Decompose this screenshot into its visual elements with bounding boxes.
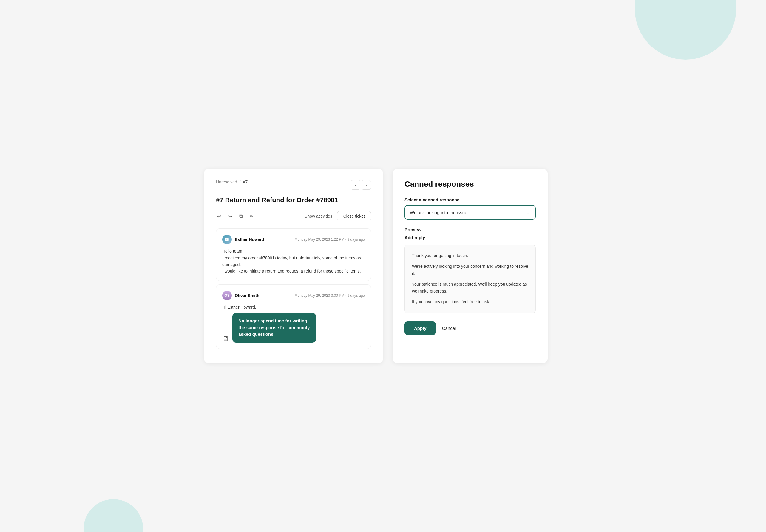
message-meta-1: Monday May 29, 2023 1:22 PM · 9 days ago (295, 237, 365, 242)
tooltip-bubble: No longer spend time for writing the sam… (232, 313, 316, 343)
message-line-1-2: I would like to initiate a return and re… (222, 268, 365, 274)
message-card-1: EH Esther Howard Monday May 29, 2023 1:2… (216, 228, 371, 281)
add-reply-label: Add reply (404, 235, 536, 240)
message-line-1-1: I received my order (#78901) today, but … (222, 255, 365, 268)
action-buttons: Apply Cancel (404, 321, 536, 335)
chevron-down-icon: ⌄ (527, 210, 530, 215)
message-body-1: Hello team, I received my order (#78901)… (222, 248, 365, 275)
avatar-esther: EH (222, 235, 232, 244)
message-card-2: OS Oliver Smith Monday May 29, 2023 3:00… (216, 284, 371, 349)
deco-circle-bottom (84, 499, 143, 532)
avatar-oliver-inner: OS (222, 291, 232, 300)
monitor-icon: 🖥 (222, 335, 229, 343)
preview-paragraph-3: If you have any questions, feel free to … (412, 299, 528, 306)
select-label: Select a canned response (404, 197, 536, 202)
nav-next-button[interactable]: › (362, 180, 371, 190)
toolbar: ↩ ↪ ⧉ ✏ Show activities Close ticket (216, 211, 371, 221)
cancel-button[interactable]: Cancel (442, 326, 456, 331)
author-name-2: Oliver Smith (235, 293, 259, 298)
copy-icon[interactable]: ⧉ (238, 212, 244, 220)
breadcrumb: Unresolved / #7 (216, 180, 248, 184)
preview-paragraph-0: Thank you for getting in touch. (412, 252, 528, 259)
ticket-panel: Unresolved / #7 ‹ › #7 Return and Refund… (204, 169, 383, 363)
avatar-oliver: OS (222, 291, 232, 300)
breadcrumb-row: Unresolved / #7 ‹ › (216, 180, 371, 190)
preview-label: Preview (404, 227, 536, 232)
close-ticket-button[interactable]: Close ticket (337, 211, 371, 221)
nav-buttons: ‹ › (351, 180, 371, 190)
tooltip-area: 🖥 No longer spend time for writing the s… (222, 313, 365, 343)
canned-responses-title: Canned responses (404, 180, 536, 189)
message-header-1: EH Esther Howard Monday May 29, 2023 1:2… (222, 235, 365, 244)
preview-section: Preview (404, 227, 536, 232)
nav-prev-button[interactable]: ‹ (351, 180, 360, 190)
toolbar-right: Show activities Close ticket (305, 211, 371, 221)
breadcrumb-unresolved: Unresolved (216, 180, 237, 184)
message-header-2: OS Oliver Smith Monday May 29, 2023 3:00… (222, 291, 365, 300)
message-author-1: EH Esther Howard (222, 235, 264, 244)
canned-response-dropdown[interactable]: We are looking into the issue ⌄ (404, 205, 536, 220)
deco-circle-top (635, 0, 736, 60)
show-activities-label[interactable]: Show activities (305, 214, 332, 219)
apply-button[interactable]: Apply (404, 321, 436, 335)
page-wrapper: Unresolved / #7 ‹ › #7 Return and Refund… (204, 169, 562, 363)
undo-icon[interactable]: ↩ (216, 212, 222, 220)
message-line-1-0: Hello team, (222, 248, 365, 254)
preview-box: Thank you for getting in touch. We're ac… (404, 245, 536, 313)
breadcrumb-ticket-id: #7 (243, 180, 248, 184)
breadcrumb-separator: / (240, 180, 241, 184)
preview-paragraph-1: We're actively looking into your concern… (412, 263, 528, 277)
ticket-title: #7 Return and Refund for Order #78901 (216, 196, 371, 204)
canned-responses-panel: Canned responses Select a canned respons… (393, 169, 548, 363)
dropdown-selected-value: We are looking into the issue (410, 210, 467, 215)
message-line-2-0: Hi Esther Howard, (222, 304, 365, 310)
preview-paragraph-2: Your patience is much appreciated. We'll… (412, 281, 528, 295)
message-author-2: OS Oliver Smith (222, 291, 259, 300)
edit-icon[interactable]: ✏ (248, 212, 255, 220)
message-body-2: Hi Esther Howard, (222, 304, 365, 310)
author-name-1: Esther Howard (235, 237, 264, 242)
toolbar-left: ↩ ↪ ⧉ ✏ (216, 212, 255, 220)
redo-icon[interactable]: ↪ (227, 212, 233, 220)
message-meta-2: Monday May 29, 2023 3:00 PM · 9 days ago (295, 293, 365, 298)
